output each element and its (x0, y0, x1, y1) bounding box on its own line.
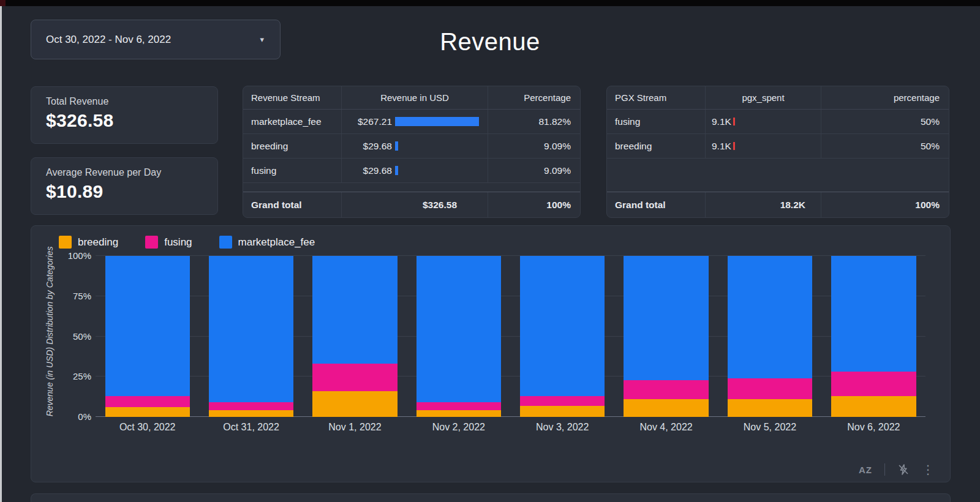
legend-item-marketplace-fee[interactable]: marketplace_fee (219, 236, 315, 249)
next-card-partial (31, 493, 951, 502)
bar-segment-marketplace_fee[interactable] (417, 256, 501, 402)
chart-legend: breeding fusing marketplace_fee (59, 236, 315, 249)
table-row[interactable]: breeding 9.1K 50% (607, 134, 949, 159)
bar-segment-marketplace_fee[interactable] (520, 256, 605, 396)
toolbar-divider (884, 463, 885, 476)
column-header-pgx-spent[interactable]: pgx_spent (705, 86, 821, 109)
bar-segment-fusing[interactable] (520, 396, 605, 406)
bar-segment-fusing[interactable] (417, 402, 501, 410)
cell-usd-value: $29.68 (342, 141, 392, 152)
grand-total-label: Grand total (607, 200, 705, 211)
bar-segment-fusing[interactable] (831, 372, 916, 395)
table-header-row: Revenue Stream Revenue in USD Percentage (243, 86, 580, 110)
bar-segment-breeding[interactable] (417, 410, 501, 417)
table-row[interactable]: breeding $29.68 9.09% (243, 134, 580, 159)
sort-az-icon[interactable]: AZ (859, 465, 872, 475)
table-row[interactable]: marketplace_fee $267.21 81.82% (243, 110, 580, 134)
column-header-revenue-stream[interactable]: Revenue Stream (243, 92, 341, 103)
bar-segment-fusing[interactable] (624, 380, 708, 400)
bar-segment-marketplace_fee[interactable] (831, 256, 916, 372)
cell-stream: marketplace_fee (243, 116, 341, 127)
chart-toolbar: AZ ⋮ (859, 463, 934, 476)
cell-spent-value: 9.1K (712, 116, 731, 127)
bar-segment-marketplace_fee[interactable] (624, 256, 708, 380)
kebab-menu-icon[interactable]: ⋮ (922, 463, 934, 476)
bar-column[interactable] (199, 256, 303, 417)
y-tick-label: 50% (56, 331, 91, 342)
avg-revenue-card[interactable]: Average Revenue per Day $10.89 (31, 157, 218, 215)
x-axis-label: Nov 5, 2022 (718, 422, 821, 433)
x-axis-label: Nov 3, 2022 (511, 422, 614, 433)
cell-stream: breeding (607, 141, 705, 152)
grand-total-usd: $326.58 (341, 192, 488, 217)
bar-segment-marketplace_fee[interactable] (105, 256, 190, 396)
column-header-revenue-usd[interactable]: Revenue in USD (341, 86, 488, 109)
table-header-row: PGX Stream pgx_spent percentage (607, 86, 949, 110)
bar-segment-fusing[interactable] (728, 378, 812, 399)
y-tick-label: 0% (56, 411, 91, 422)
pgx-data-bar (733, 142, 735, 150)
y-axis-labels: 0%25%50%75%100% (56, 256, 91, 417)
bar-segment-fusing[interactable] (312, 364, 397, 391)
usd-data-bar (395, 117, 479, 126)
cell-stream: fusing (607, 116, 705, 127)
bar-segment-marketplace_fee[interactable] (728, 256, 812, 378)
dashboard: { "page": { "title": "Revenue" }, "icons… (0, 0, 980, 502)
page-title: Revenue (0, 28, 980, 56)
x-axis-label: Nov 4, 2022 (614, 422, 718, 433)
y-tick-label: 100% (56, 250, 91, 261)
grand-total-percentage: 100% (488, 200, 580, 211)
pgx-stream-table: PGX Stream pgx_spent percentage fusing 9… (606, 86, 949, 218)
y-tick-label: 75% (56, 291, 91, 301)
window-accent (0, 0, 6, 6)
plot-bars (96, 256, 925, 417)
lightning-off-icon[interactable] (897, 463, 910, 476)
legend-label: breeding (78, 236, 118, 249)
bar-segment-breeding[interactable] (624, 399, 708, 417)
bar-column[interactable] (511, 256, 614, 417)
bar-segment-fusing[interactable] (209, 402, 293, 410)
grand-total-percentage: 100% (821, 200, 949, 211)
table-row[interactable]: fusing $29.68 9.09% (243, 159, 580, 183)
bar-segment-breeding[interactable] (831, 396, 916, 417)
bar-segment-fusing[interactable] (105, 396, 190, 407)
bar-column[interactable] (407, 256, 510, 417)
bar-column[interactable] (822, 256, 925, 417)
x-axis-label: Nov 2, 2022 (407, 422, 510, 433)
plot-area (96, 256, 925, 417)
bar-column[interactable] (96, 256, 199, 417)
cell-usd-value: $267.21 (342, 116, 392, 127)
cell-usd-value: $29.68 (342, 165, 392, 176)
cell-stream: breeding (243, 141, 341, 152)
column-header-percentage[interactable]: percentage (821, 92, 949, 103)
column-header-percentage[interactable]: Percentage (488, 92, 580, 103)
cell-stream: fusing (243, 165, 341, 176)
y-tick-label: 25% (56, 371, 91, 381)
cell-percentage: 9.09% (488, 141, 580, 152)
column-header-pgx-stream[interactable]: PGX Stream (607, 92, 705, 103)
bar-segment-breeding[interactable] (105, 407, 190, 417)
legend-item-breeding[interactable]: breeding (59, 236, 118, 249)
legend-swatch (145, 236, 158, 249)
cell-percentage: 9.09% (488, 165, 580, 176)
bar-segment-breeding[interactable] (209, 410, 293, 417)
bar-segment-breeding[interactable] (312, 391, 397, 417)
cell-percentage: 81.82% (488, 116, 580, 127)
bar-column[interactable] (303, 256, 407, 417)
total-revenue-card[interactable]: Total Revenue $326.58 (31, 86, 218, 144)
x-axis-label: Nov 1, 2022 (303, 422, 407, 433)
table-row[interactable]: fusing 9.1K 50% (607, 110, 949, 134)
usd-data-bar (395, 166, 398, 175)
x-axis-label: Nov 6, 2022 (822, 422, 925, 433)
x-axis-label: Oct 31, 2022 (199, 422, 303, 433)
bar-column[interactable] (718, 256, 821, 417)
grand-total-label: Grand total (243, 200, 341, 211)
bar-column[interactable] (614, 256, 718, 417)
bar-segment-marketplace_fee[interactable] (209, 256, 293, 402)
bar-segment-marketplace_fee[interactable] (312, 256, 397, 364)
usd-data-bar (395, 141, 398, 151)
bar-segment-breeding[interactable] (520, 406, 605, 417)
x-axis-labels: Oct 30, 2022Oct 31, 2022Nov 1, 2022Nov 2… (96, 422, 925, 433)
bar-segment-breeding[interactable] (728, 399, 812, 417)
legend-item-fusing[interactable]: fusing (145, 236, 192, 249)
